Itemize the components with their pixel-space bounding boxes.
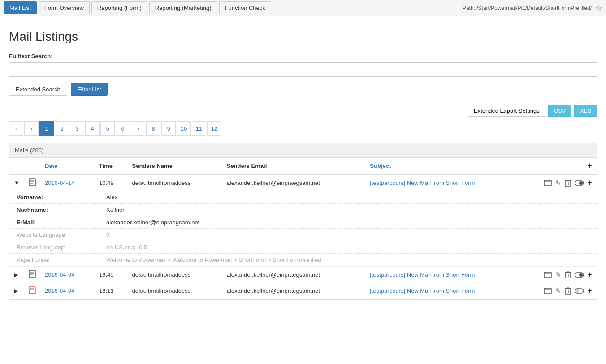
pagination-page-5[interactable]: 5 — [100, 121, 115, 136]
row-senders-name: defaultmailfromaddess — [128, 267, 222, 283]
nav-tabs: Mail List Form Overview Reporting (Form)… — [4, 1, 271, 14]
bookmark-icon[interactable]: ☆ — [595, 3, 602, 13]
detail-value: Alex — [99, 191, 597, 204]
pagination-next[interactable]: › — [24, 121, 39, 136]
add-record-icon[interactable]: + — [587, 161, 592, 170]
tab-function-check[interactable]: Function Check — [219, 1, 271, 14]
pagination-page-8[interactable]: 8 — [146, 121, 160, 136]
row-add-icon[interactable]: + — [587, 270, 592, 279]
col-time: Time — [95, 158, 128, 175]
detail-value: alexander.kellner@einpraegsam.net — [99, 216, 597, 229]
row-senders-email: alexander.kellner@einpraegsam.net — [222, 283, 366, 299]
tab-reporting-form[interactable]: Reporting (Form) — [91, 1, 147, 14]
row-time: 18:11 — [95, 283, 128, 299]
csv-button[interactable]: CSV — [548, 105, 572, 117]
svg-rect-30 — [29, 287, 35, 294]
table-header-row: Date Time Senders Name Senders Email Sub… — [9, 158, 597, 175]
detail-item: Page Funnel Welcome to Powermail > Welco… — [9, 254, 597, 266]
view-icon[interactable] — [544, 272, 552, 278]
row-file-icon — [24, 267, 40, 283]
view-icon[interactable] — [544, 180, 552, 186]
detail-item: Vorname: Alex — [9, 191, 597, 204]
detail-label: Vorname: — [9, 191, 99, 204]
expand-icon: ▼ — [14, 180, 20, 186]
detail-label: E-Mail: — [9, 216, 99, 229]
pagination-page-4[interactable]: 4 — [85, 121, 100, 136]
detail-value: Kellner — [99, 204, 597, 216]
detail-item: E-Mail: alexander.kellner@einpraegsam.ne… — [9, 216, 597, 229]
pagination-prev[interactable]: ‹ — [9, 121, 23, 136]
fulltext-search-label: Fulltext Search: — [9, 53, 597, 60]
pagination-page-9[interactable]: 9 — [161, 121, 176, 136]
toggle-visibility-icon[interactable] — [575, 288, 584, 294]
row-file-icon — [24, 175, 40, 191]
extended-search-button[interactable]: Extended Search — [9, 83, 67, 96]
svg-rect-15 — [29, 270, 35, 278]
export-area: Extended Export Settings CSV XLS — [9, 105, 597, 117]
toggle-visibility-icon[interactable] — [575, 180, 584, 186]
col-subject[interactable]: Subject — [365, 158, 525, 175]
pagination-page-10[interactable]: 10 — [177, 121, 191, 136]
row-subject: [testparcours] New Mail from Short Form — [365, 175, 525, 191]
svg-rect-4 — [544, 180, 551, 186]
svg-rect-6 — [565, 181, 571, 186]
edit-icon[interactable]: ✎ — [555, 271, 561, 279]
fulltext-search-input[interactable] — [9, 62, 597, 77]
mails-table: Date Time Senders Name Senders Email Sub… — [9, 158, 597, 299]
col-date[interactable]: Date — [40, 158, 95, 175]
delete-icon[interactable] — [565, 180, 571, 187]
mails-table-section: Mails (285) Date Time Senders Name Sende… — [9, 143, 597, 300]
search-buttons-area: Extended Search Filter List — [9, 83, 597, 96]
breadcrumb-path: Path: /Start/Powermail/Pi1/Default/Short… — [463, 5, 592, 11]
pagination-page-1[interactable]: 1 — [39, 121, 54, 136]
row-date: 2016-04-14 — [40, 175, 95, 191]
delete-icon[interactable] — [565, 287, 571, 295]
pagination-page-12[interactable]: 12 — [207, 121, 221, 136]
col-expand — [9, 158, 24, 175]
detail-item: Browser Language en-US,en;q=0.5 — [9, 241, 597, 254]
tab-mail-list[interactable]: Mail List — [4, 1, 37, 14]
main-content: Mail Listings Fulltext Search: Extended … — [0, 16, 606, 308]
tab-reporting-marketing[interactable]: Reporting (Marketing) — [149, 1, 217, 14]
row-add-icon[interactable]: + — [587, 178, 592, 188]
filter-list-button[interactable]: Filter List — [71, 83, 108, 96]
table-section-label: Mails (285) — [9, 143, 597, 158]
pagination-page-7[interactable]: 7 — [131, 121, 145, 136]
row-time: 19:45 — [95, 267, 128, 283]
tab-form-overview[interactable]: Form Overview — [39, 1, 90, 14]
col-actions: + — [525, 158, 597, 175]
row-date: 2016-04-04 — [40, 283, 95, 299]
pagination-page-11[interactable]: 11 — [192, 121, 206, 136]
pagination-page-3[interactable]: 3 — [70, 121, 84, 136]
row-actions: ✎ — [525, 267, 597, 283]
page-title: Mail Listings — [9, 30, 597, 44]
col-senders-name: Senders Name — [128, 158, 222, 175]
col-senders-email: Senders Email — [222, 158, 366, 175]
row-senders-email: alexander.kellner@einpraegsam.net — [222, 267, 366, 283]
xls-button[interactable]: XLS — [574, 105, 597, 117]
view-icon[interactable] — [544, 288, 552, 294]
row-time: 10:49 — [95, 175, 128, 191]
svg-rect-19 — [544, 272, 551, 278]
pagination-page-2[interactable]: 2 — [55, 121, 69, 136]
table-row: ▶ 2016-04-04 19:45 defaultmailfromaddess — [9, 267, 597, 283]
row-toggle[interactable]: ▶ — [9, 267, 24, 283]
row-toggle[interactable]: ▶ — [9, 283, 24, 299]
table-row: ▼ 2016-04-14 10:49 defaultmailfromaddess — [9, 175, 597, 191]
row-file-icon-error — [24, 283, 40, 299]
row-senders-name: defaultmailfromaddess — [128, 175, 222, 191]
pagination: ‹ › 1 2 3 4 5 6 7 8 9 10 11 12 — [9, 121, 597, 136]
delete-icon[interactable] — [565, 271, 571, 278]
detail-label-muted: Browser Language — [9, 241, 99, 254]
detail-label: Nachname: — [9, 204, 99, 216]
pagination-page-6[interactable]: 6 — [116, 121, 130, 136]
detail-table: Vorname: Alex Nachname: Kellner E-Mail: … — [9, 191, 597, 266]
extended-export-settings-button[interactable]: Extended Export Settings — [468, 105, 545, 117]
row-add-icon[interactable]: + — [587, 286, 592, 295]
svg-point-29 — [579, 273, 583, 277]
edit-icon[interactable]: ✎ — [555, 179, 561, 187]
row-toggle[interactable]: ▼ — [9, 175, 24, 191]
edit-icon[interactable]: ✎ — [555, 287, 561, 295]
toggle-visibility-icon[interactable] — [575, 272, 584, 278]
svg-rect-0 — [29, 179, 35, 186]
